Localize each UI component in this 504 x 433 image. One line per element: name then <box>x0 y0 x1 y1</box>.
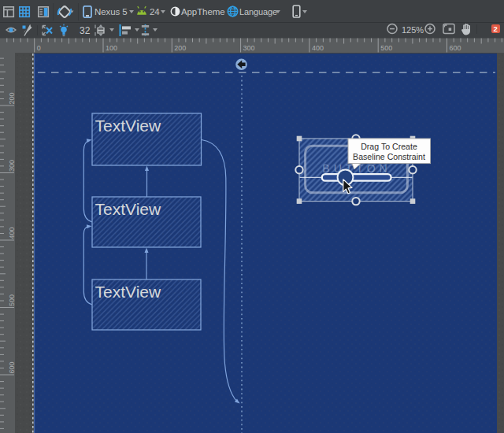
svg-text:600: 600 <box>8 361 16 373</box>
svg-text:500: 500 <box>8 294 16 306</box>
svg-text:Baseline Constraint: Baseline Constraint <box>353 152 425 161</box>
svg-text:400: 400 <box>8 227 16 239</box>
svg-text:300: 300 <box>8 160 16 172</box>
svg-text:500: 500 <box>380 44 392 52</box>
svg-text:100: 100 <box>106 44 117 52</box>
svg-text:TextView: TextView <box>95 200 161 218</box>
svg-text:TextView: TextView <box>95 117 161 135</box>
svg-text:300: 300 <box>243 44 255 52</box>
svg-text:0: 0 <box>37 44 41 52</box>
svg-text:400: 400 <box>312 44 324 52</box>
svg-text:Drag To Create: Drag To Create <box>361 142 417 151</box>
svg-text:600: 600 <box>450 44 461 52</box>
svg-text:200: 200 <box>174 44 186 52</box>
svg-text:TextView: TextView <box>95 283 161 301</box>
svg-text:200: 200 <box>8 92 16 104</box>
